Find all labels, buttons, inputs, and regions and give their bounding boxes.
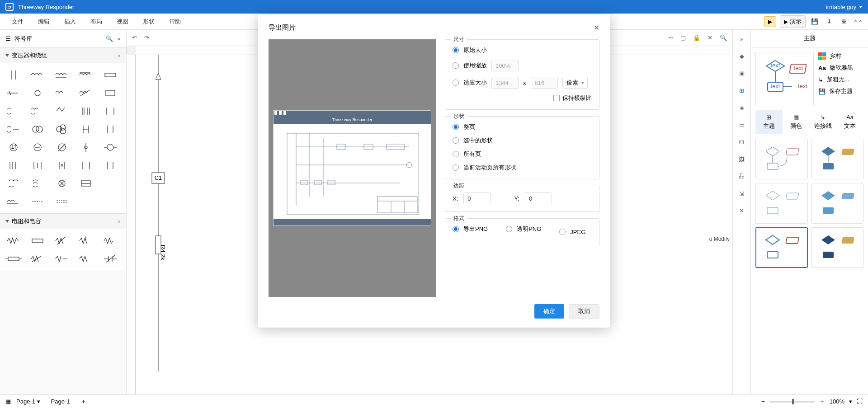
radio-export-png[interactable] bbox=[453, 226, 459, 232]
width-input[interactable] bbox=[491, 77, 519, 89]
unit-select[interactable]: 像素 bbox=[562, 77, 588, 89]
svg-rect-106 bbox=[314, 180, 321, 185]
ok-button[interactable]: 确定 bbox=[534, 304, 564, 319]
radio-jpeg[interactable] bbox=[559, 229, 566, 235]
preview-title: Three-way Responder bbox=[274, 115, 431, 124]
size-fieldset: 尺寸 原始大小 使用缩放 适应大小 x bbox=[445, 39, 599, 110]
radio-transparent-png[interactable] bbox=[506, 226, 512, 232]
format-fieldset: 格式 导出PNG 透明PNG JPEG bbox=[445, 218, 599, 246]
height-input[interactable] bbox=[531, 77, 558, 89]
shape-fieldset: 形状 整页 选中的形状 所有页 当前活动页所有形状 bbox=[445, 116, 599, 179]
radio-full-page[interactable] bbox=[453, 124, 459, 130]
modal-close-icon[interactable]: ✕ bbox=[594, 23, 599, 32]
radio-active-all-shapes[interactable] bbox=[453, 164, 459, 171]
svg-rect-109 bbox=[377, 197, 417, 213]
cancel-button[interactable]: 取消 bbox=[569, 304, 599, 319]
modal-title: 导出图片 bbox=[269, 23, 296, 32]
radio-selected-shapes[interactable] bbox=[453, 137, 459, 144]
radio-all-pages[interactable] bbox=[453, 151, 459, 157]
svg-rect-105 bbox=[301, 180, 308, 185]
modal-overlay: 导出图片 ✕ Three-way Responder bbox=[0, 0, 868, 408]
radio-original-size[interactable] bbox=[453, 47, 459, 53]
export-preview: Three-way Responder bbox=[269, 39, 436, 297]
keep-ratio-checkbox[interactable] bbox=[553, 95, 560, 101]
margin-x-input[interactable] bbox=[463, 192, 491, 204]
margin-y-input[interactable] bbox=[525, 192, 552, 204]
scale-input[interactable] bbox=[491, 60, 519, 71]
margin-fieldset: 边距 X: Y: bbox=[445, 186, 599, 212]
radio-use-scale[interactable] bbox=[453, 62, 459, 69]
svg-rect-107 bbox=[328, 180, 335, 185]
export-image-modal: 导出图片 ✕ Three-way Responder bbox=[258, 14, 610, 328]
svg-rect-95 bbox=[287, 133, 418, 215]
radio-fit-size[interactable] bbox=[453, 80, 459, 86]
